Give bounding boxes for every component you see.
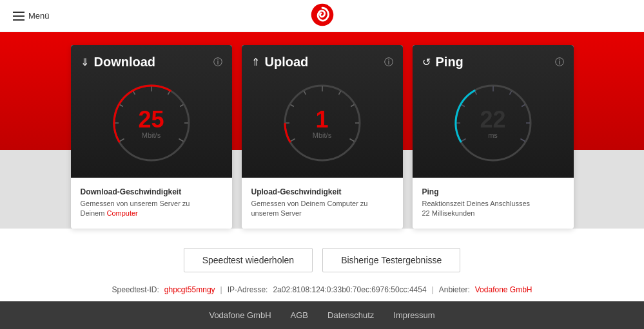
svg-line-24 bbox=[461, 139, 465, 142]
svg-line-16 bbox=[304, 91, 306, 95]
svg-line-13 bbox=[290, 139, 295, 142]
svg-line-21 bbox=[349, 139, 354, 142]
repeat-speedtest-button[interactable]: Speedtest wiederholen bbox=[184, 248, 313, 272]
upload-bottom-desc: Gemessen von Deinem Computer zu unserem … bbox=[251, 199, 393, 219]
footer-link-vodafone[interactable]: Vodafone GmbH bbox=[209, 310, 271, 320]
upload-bottom-title: Upload-Geschwindigkeit bbox=[251, 187, 393, 196]
svg-line-10 bbox=[179, 139, 183, 142]
svg-line-32 bbox=[520, 139, 525, 142]
upload-unit: Mbit/s bbox=[313, 131, 331, 139]
ping-gauge: 22 ms bbox=[445, 75, 542, 171]
ping-bottom-desc: Reaktionszeit Deines Anschlusses 22 Mill… bbox=[422, 199, 564, 219]
ping-value-display: 22 ms bbox=[480, 108, 505, 139]
ping-card-top: ↺ Ping ⓘ bbox=[413, 45, 574, 178]
separator-1: | bbox=[220, 285, 222, 294]
hamburger-icon bbox=[13, 12, 24, 21]
ping-bottom-title: Ping bbox=[422, 187, 564, 196]
ip-value: 2a02:8108:124:0:33b0:70ec:6976:50cc:4454 bbox=[273, 285, 426, 294]
upload-info-icon[interactable]: ⓘ bbox=[384, 57, 393, 68]
ping-info-icon[interactable]: ⓘ bbox=[555, 57, 564, 68]
download-number: 25 bbox=[138, 108, 164, 131]
download-value-display: 25 Mbit/s bbox=[138, 108, 164, 139]
download-gauge: 25 Mbit/s bbox=[103, 75, 200, 171]
provider-value[interactable]: Vodafone GmbH bbox=[475, 285, 532, 294]
view-results-button[interactable]: Bisherige Testergebnisse bbox=[322, 248, 460, 272]
footer-link-datenschutz[interactable]: Datenschutz bbox=[327, 310, 374, 320]
upload-card-bottom: Upload-Geschwindigkeit Gemessen von Dein… bbox=[242, 178, 403, 229]
menu-label: Menü bbox=[28, 11, 50, 21]
download-bottom-desc: Gemessen von unserem Server zu Deinem Co… bbox=[81, 199, 222, 219]
svg-line-29 bbox=[509, 91, 511, 95]
header: Menü bbox=[0, 0, 644, 32]
separator-2: | bbox=[432, 285, 434, 294]
speedtest-info-row: Speedtest-ID: ghpcgt55mngy | IP-Adresse:… bbox=[112, 285, 532, 294]
action-buttons: Speedtest wiederholen Bisherige Testerge… bbox=[184, 248, 461, 272]
download-title: Download bbox=[94, 55, 208, 70]
upload-value-display: 1 Mbit/s bbox=[313, 108, 331, 139]
menu-button[interactable]: Menü bbox=[13, 11, 50, 21]
footer: Vodafone GmbH AGB Datenschutz Impressum bbox=[0, 301, 644, 329]
ping-card: ↺ Ping ⓘ bbox=[413, 45, 574, 229]
ip-label: IP-Adresse: bbox=[228, 285, 268, 294]
speedtest-id-label: Speedtest-ID: bbox=[112, 285, 159, 294]
upload-card-top: ⇑ Upload ⓘ bbox=[242, 45, 403, 178]
vodafone-logo[interactable] bbox=[311, 3, 334, 29]
svg-line-19 bbox=[351, 105, 354, 107]
upload-number: 1 bbox=[313, 108, 331, 131]
svg-line-2 bbox=[119, 139, 124, 142]
speedtest-id-value[interactable]: ghpcgt55mngy bbox=[164, 285, 215, 294]
svg-line-5 bbox=[133, 91, 135, 95]
upload-card-header: ⇑ Upload ⓘ bbox=[251, 55, 393, 70]
upload-title: Upload bbox=[265, 55, 379, 70]
ping-icon: ↺ bbox=[422, 56, 431, 68]
svg-line-15 bbox=[290, 105, 293, 107]
provider-label: Anbieter: bbox=[439, 285, 470, 294]
upload-gauge: 1 Mbit/s bbox=[274, 75, 371, 171]
download-unit: Mbit/s bbox=[138, 131, 164, 139]
download-bottom-title: Download-Geschwindigkeit bbox=[81, 187, 222, 196]
svg-line-8 bbox=[180, 105, 183, 107]
ping-card-bottom: Ping Reaktionszeit Deines Anschlusses 22… bbox=[413, 178, 574, 229]
svg-line-30 bbox=[522, 105, 525, 107]
footer-link-agb[interactable]: AGB bbox=[291, 310, 308, 320]
svg-line-7 bbox=[168, 91, 170, 95]
download-icon: ⇓ bbox=[81, 56, 89, 68]
ping-number: 22 bbox=[480, 108, 505, 131]
footer-link-impressum[interactable]: Impressum bbox=[393, 310, 434, 320]
download-info-icon[interactable]: ⓘ bbox=[213, 57, 222, 68]
svg-line-4 bbox=[119, 105, 122, 107]
download-card-top: ⇓ Download ⓘ bbox=[71, 45, 232, 178]
svg-line-26 bbox=[461, 105, 464, 107]
upload-card: ⇑ Upload ⓘ bbox=[242, 45, 403, 229]
ping-card-header: ↺ Ping ⓘ bbox=[422, 55, 564, 70]
download-card-bottom: Download-Geschwindigkeit Gemessen von un… bbox=[71, 178, 232, 229]
download-card-header: ⇓ Download ⓘ bbox=[81, 55, 222, 70]
ping-title: Ping bbox=[436, 55, 550, 70]
download-card: ⇓ Download ⓘ bbox=[71, 45, 232, 229]
upload-icon: ⇑ bbox=[251, 56, 260, 68]
svg-line-18 bbox=[338, 91, 340, 95]
svg-line-27 bbox=[474, 91, 476, 95]
download-computer-link[interactable]: Computer bbox=[106, 209, 137, 217]
hero-section: ⇓ Download ⓘ bbox=[0, 32, 644, 229]
